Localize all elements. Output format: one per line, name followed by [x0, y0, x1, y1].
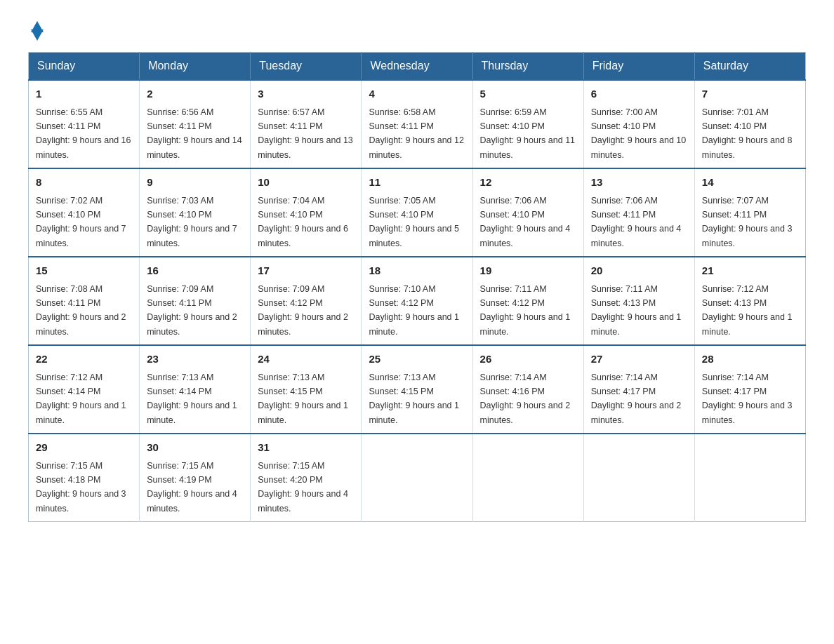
- day-number: 31: [258, 440, 354, 456]
- day-info: Sunrise: 7:08 AMSunset: 4:11 PMDaylight:…: [36, 284, 126, 337]
- calendar-cell: 24 Sunrise: 7:13 AMSunset: 4:15 PMDaylig…: [251, 345, 362, 434]
- day-info: Sunrise: 7:03 AMSunset: 4:10 PMDaylight:…: [147, 196, 237, 248]
- weekday-header-thursday: Thursday: [472, 53, 583, 81]
- calendar-cell: 3 Sunrise: 6:57 AMSunset: 4:11 PMDayligh…: [251, 80, 362, 168]
- calendar-cell: 19 Sunrise: 7:11 AMSunset: 4:12 PMDaylig…: [472, 257, 583, 345]
- calendar-cell: 29 Sunrise: 7:15 AMSunset: 4:18 PMDaylig…: [29, 434, 140, 522]
- calendar-cell: 30 Sunrise: 7:15 AMSunset: 4:19 PMDaylig…: [140, 434, 251, 522]
- calendar-table: SundayMondayTuesdayWednesdayThursdayFrid…: [28, 52, 806, 522]
- day-info: Sunrise: 7:13 AMSunset: 4:15 PMDaylight:…: [258, 373, 348, 425]
- day-number: 14: [702, 175, 798, 191]
- calendar-cell: 8 Sunrise: 7:02 AMSunset: 4:10 PMDayligh…: [29, 168, 140, 257]
- calendar-week-row: 1 Sunrise: 6:55 AMSunset: 4:11 PMDayligh…: [29, 80, 806, 168]
- calendar-cell: 18 Sunrise: 7:10 AMSunset: 4:12 PMDaylig…: [362, 257, 472, 345]
- day-number: 4: [369, 86, 465, 102]
- day-info: Sunrise: 7:12 AMSunset: 4:14 PMDaylight:…: [36, 373, 126, 425]
- day-info: Sunrise: 7:14 AMSunset: 4:17 PMDaylight:…: [591, 373, 682, 425]
- day-number: 23: [147, 351, 243, 368]
- day-info: Sunrise: 7:07 AMSunset: 4:11 PMDaylight:…: [702, 196, 793, 248]
- day-number: 25: [369, 351, 465, 368]
- weekday-header-row: SundayMondayTuesdayWednesdayThursdayFrid…: [29, 53, 806, 81]
- calendar-cell: 7 Sunrise: 7:01 AMSunset: 4:10 PMDayligh…: [694, 80, 805, 168]
- calendar-cell: [362, 434, 472, 522]
- calendar-cell: 31 Sunrise: 7:15 AMSunset: 4:20 PMDaylig…: [251, 434, 362, 522]
- day-number: 24: [258, 351, 354, 368]
- day-info: Sunrise: 7:15 AMSunset: 4:20 PMDaylight:…: [258, 461, 348, 514]
- day-info: Sunrise: 7:15 AMSunset: 4:19 PMDaylight:…: [147, 461, 237, 514]
- calendar-cell: 28 Sunrise: 7:14 AMSunset: 4:17 PMDaylig…: [694, 345, 805, 434]
- day-number: 21: [702, 263, 798, 279]
- weekday-header-wednesday: Wednesday: [362, 53, 472, 81]
- calendar-week-row: 15 Sunrise: 7:08 AMSunset: 4:11 PMDaylig…: [29, 257, 806, 345]
- day-number: 10: [258, 175, 354, 191]
- day-info: Sunrise: 7:11 AMSunset: 4:13 PMDaylight:…: [591, 284, 682, 337]
- day-number: 3: [258, 86, 354, 102]
- calendar-cell: [694, 434, 805, 522]
- calendar-cell: 11 Sunrise: 7:05 AMSunset: 4:10 PMDaylig…: [362, 168, 472, 257]
- day-number: 8: [36, 175, 132, 191]
- calendar-cell: 26 Sunrise: 7:14 AMSunset: 4:16 PMDaylig…: [472, 345, 583, 434]
- calendar-cell: 10 Sunrise: 7:04 AMSunset: 4:10 PMDaylig…: [251, 168, 362, 257]
- day-info: Sunrise: 7:06 AMSunset: 4:11 PMDaylight:…: [591, 196, 682, 248]
- day-info: Sunrise: 6:57 AMSunset: 4:11 PMDaylight:…: [258, 107, 353, 160]
- calendar-cell: 23 Sunrise: 7:13 AMSunset: 4:14 PMDaylig…: [140, 345, 251, 434]
- day-info: Sunrise: 7:10 AMSunset: 4:12 PMDaylight:…: [369, 284, 459, 337]
- day-info: Sunrise: 7:09 AMSunset: 4:12 PMDaylight:…: [258, 284, 348, 337]
- day-info: Sunrise: 7:13 AMSunset: 4:14 PMDaylight:…: [147, 373, 237, 425]
- calendar-cell: 1 Sunrise: 6:55 AMSunset: 4:11 PMDayligh…: [29, 80, 140, 168]
- calendar-cell: 12 Sunrise: 7:06 AMSunset: 4:10 PMDaylig…: [472, 168, 583, 257]
- calendar-cell: 4 Sunrise: 6:58 AMSunset: 4:11 PMDayligh…: [362, 80, 472, 168]
- day-number: 11: [369, 175, 465, 191]
- weekday-header-friday: Friday: [583, 53, 694, 81]
- calendar-cell: 5 Sunrise: 6:59 AMSunset: 4:10 PMDayligh…: [472, 80, 583, 168]
- weekday-header-tuesday: Tuesday: [251, 53, 362, 81]
- calendar-cell: 2 Sunrise: 6:56 AMSunset: 4:11 PMDayligh…: [140, 80, 251, 168]
- calendar-week-row: 29 Sunrise: 7:15 AMSunset: 4:18 PMDaylig…: [29, 434, 806, 522]
- weekday-header-monday: Monday: [140, 53, 251, 81]
- day-info: Sunrise: 7:02 AMSunset: 4:10 PMDaylight:…: [36, 196, 126, 248]
- day-number: 26: [480, 351, 576, 368]
- day-info: Sunrise: 7:14 AMSunset: 4:16 PMDaylight:…: [480, 373, 571, 425]
- calendar-cell: 15 Sunrise: 7:08 AMSunset: 4:11 PMDaylig…: [29, 257, 140, 345]
- day-info: Sunrise: 7:15 AMSunset: 4:18 PMDaylight:…: [36, 461, 126, 514]
- calendar-cell: [472, 434, 583, 522]
- day-info: Sunrise: 7:05 AMSunset: 4:10 PMDaylight:…: [369, 196, 459, 248]
- calendar-cell: 25 Sunrise: 7:13 AMSunset: 4:15 PMDaylig…: [362, 345, 472, 434]
- day-info: Sunrise: 7:09 AMSunset: 4:11 PMDaylight:…: [147, 284, 237, 337]
- day-info: Sunrise: 7:12 AMSunset: 4:13 PMDaylight:…: [702, 284, 793, 337]
- logo: [28, 21, 44, 38]
- day-number: 22: [36, 351, 132, 368]
- day-info: Sunrise: 6:59 AMSunset: 4:10 PMDaylight:…: [480, 107, 576, 160]
- day-number: 18: [369, 263, 465, 279]
- day-number: 15: [36, 263, 132, 279]
- day-number: 1: [36, 86, 132, 102]
- day-info: Sunrise: 7:06 AMSunset: 4:10 PMDaylight:…: [480, 196, 571, 248]
- calendar-cell: 13 Sunrise: 7:06 AMSunset: 4:11 PMDaylig…: [583, 168, 694, 257]
- weekday-header-sunday: Sunday: [29, 53, 140, 81]
- calendar-cell: [583, 434, 694, 522]
- day-info: Sunrise: 7:11 AMSunset: 4:12 PMDaylight:…: [480, 284, 571, 337]
- weekday-header-saturday: Saturday: [694, 53, 805, 81]
- calendar-cell: 27 Sunrise: 7:14 AMSunset: 4:17 PMDaylig…: [583, 345, 694, 434]
- day-number: 30: [147, 440, 243, 456]
- calendar-cell: 9 Sunrise: 7:03 AMSunset: 4:10 PMDayligh…: [140, 168, 251, 257]
- calendar-cell: 14 Sunrise: 7:07 AMSunset: 4:11 PMDaylig…: [694, 168, 805, 257]
- day-number: 5: [480, 86, 576, 102]
- day-info: Sunrise: 7:14 AMSunset: 4:17 PMDaylight:…: [702, 373, 793, 425]
- day-number: 13: [591, 175, 687, 191]
- day-info: Sunrise: 7:00 AMSunset: 4:10 PMDaylight:…: [591, 107, 687, 160]
- page-header: [28, 21, 806, 38]
- calendar-cell: 20 Sunrise: 7:11 AMSunset: 4:13 PMDaylig…: [583, 257, 694, 345]
- calendar-cell: 22 Sunrise: 7:12 AMSunset: 4:14 PMDaylig…: [29, 345, 140, 434]
- day-info: Sunrise: 7:01 AMSunset: 4:10 PMDaylight:…: [702, 107, 793, 160]
- logo-triangle-down: [31, 29, 44, 41]
- day-number: 19: [480, 263, 576, 279]
- calendar-week-row: 22 Sunrise: 7:12 AMSunset: 4:14 PMDaylig…: [29, 345, 806, 434]
- calendar-week-row: 8 Sunrise: 7:02 AMSunset: 4:10 PMDayligh…: [29, 168, 806, 257]
- day-info: Sunrise: 6:58 AMSunset: 4:11 PMDaylight:…: [369, 107, 464, 160]
- day-number: 6: [591, 86, 687, 102]
- calendar-cell: 16 Sunrise: 7:09 AMSunset: 4:11 PMDaylig…: [140, 257, 251, 345]
- day-info: Sunrise: 6:56 AMSunset: 4:11 PMDaylight:…: [147, 107, 242, 160]
- day-number: 9: [147, 175, 243, 191]
- day-number: 20: [591, 263, 687, 279]
